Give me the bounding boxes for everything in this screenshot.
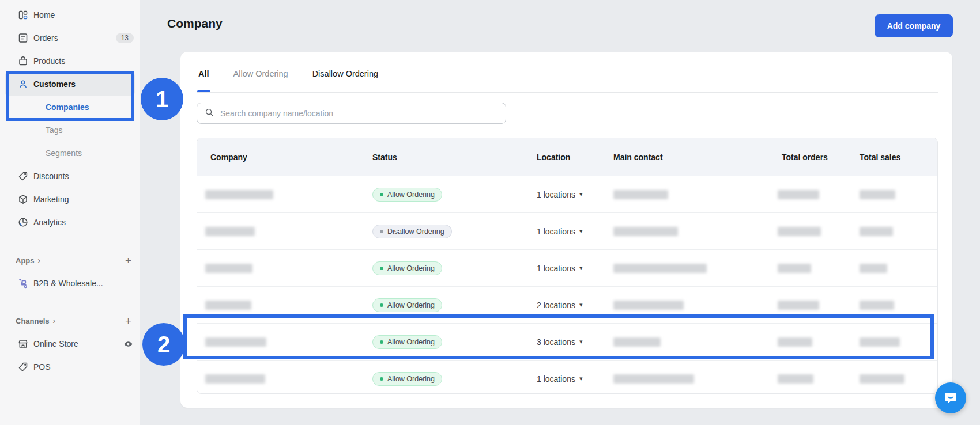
status-badge: Allow Ordering (372, 335, 442, 349)
table-row[interactable]: Allow Ordering1 locations▾ (197, 360, 937, 394)
redacted-total-orders (778, 227, 821, 236)
page-title: Company (167, 17, 223, 31)
redacted-company-name (205, 374, 265, 384)
redacted-total-orders (778, 337, 812, 347)
chevron-down-icon: ▾ (579, 227, 583, 235)
status-dot-icon (380, 377, 383, 381)
sidebar-item-tags[interactable]: Tags (0, 119, 140, 142)
status-dot-icon (380, 230, 383, 233)
status-badge: Disallow Ordering (372, 225, 452, 238)
redacted-main-contact (613, 264, 707, 273)
sidebar-item-label: Orders (33, 33, 58, 43)
section-label: Channels (16, 317, 50, 325)
chevron-right-icon: › (38, 256, 41, 265)
redacted-main-contact (613, 374, 694, 384)
redacted-total-sales (860, 264, 887, 273)
status-badge: Allow Ordering (372, 261, 442, 275)
section-label: Apps (16, 256, 35, 265)
sidebar-item-marketing[interactable]: Marketing (0, 188, 140, 211)
tab-disallow-ordering[interactable]: Disallow Ordering (312, 55, 378, 92)
redacted-total-orders (778, 190, 819, 199)
sidebar-item-companies[interactable]: Companies (0, 96, 140, 119)
tab-allow-ordering[interactable]: Allow Ordering (233, 55, 288, 92)
table-row-highlighted[interactable]: Allow Ordering3 locations▾ (197, 323, 937, 360)
search-input[interactable] (219, 108, 499, 119)
status-filter-tabs: AllAllow OrderingDisallow Ordering (198, 55, 378, 92)
chat-launcher-button[interactable] (935, 382, 966, 413)
chevron-down-icon: ▾ (579, 264, 583, 272)
sidebar-item-label: Home (33, 10, 55, 20)
locations-dropdown[interactable]: 1 locations▾ (537, 227, 582, 236)
redacted-company-name (205, 190, 273, 199)
status-dot-icon (380, 340, 383, 344)
table-row[interactable]: Allow Ordering1 locations▾ (197, 249, 937, 286)
locations-label: 1 locations (537, 190, 575, 199)
column-header-main-contact: Main contact (613, 153, 663, 162)
locations-label: 1 locations (537, 264, 575, 273)
sidebar-item-label: Customers (33, 79, 76, 89)
add-app-button[interactable]: + (125, 255, 131, 266)
pos-icon (17, 361, 29, 373)
locations-dropdown[interactable]: 1 locations▾ (537, 264, 582, 273)
table-row[interactable]: Allow Ordering2 locations▾ (197, 286, 937, 323)
visibility-eye-icon[interactable] (123, 339, 134, 350)
sidebar-item-online-store[interactable]: Online Store (0, 332, 140, 355)
add-channel-button[interactable]: + (125, 316, 131, 327)
sidebar-item-orders[interactable]: Orders13 (0, 26, 140, 50)
sidebar-section-apps[interactable]: Apps›+ (0, 249, 140, 272)
company-search[interactable] (197, 103, 506, 124)
chat-bubble-icon (943, 390, 959, 406)
sidebar-item-segments[interactable]: Segments (0, 142, 140, 165)
redacted-total-sales (860, 227, 893, 236)
b2b-icon (17, 278, 29, 289)
chevron-down-icon: ▾ (579, 375, 583, 382)
sidebar-item-b2b-wholesale[interactable]: B2B & Wholesale... (0, 272, 140, 295)
locations-dropdown[interactable]: 3 locations▾ (537, 337, 582, 347)
tab-all[interactable]: All (198, 55, 209, 92)
redacted-total-orders (778, 264, 811, 273)
redacted-main-contact (613, 301, 684, 310)
add-company-button[interactable]: Add company (875, 14, 953, 37)
column-header-total-orders: Total orders (782, 153, 828, 162)
redacted-company-name (205, 337, 266, 347)
store-icon (17, 338, 29, 350)
sidebar-item-label: Discounts (33, 172, 69, 181)
locations-label: 2 locations (537, 301, 575, 310)
home-icon (17, 9, 29, 21)
sidebar-item-analytics[interactable]: Analytics (0, 211, 140, 234)
redacted-company-name (205, 301, 251, 310)
sidebar-item-home[interactable]: Home (0, 3, 140, 26)
company-card: AllAllow OrderingDisallow Ordering Compa… (180, 52, 952, 408)
sidebar-item-label: B2B & Wholesale... (33, 279, 103, 288)
annotation-step-1: 1 (141, 78, 183, 120)
annotation-step-2: 2 (142, 323, 185, 366)
redacted-total-orders (778, 374, 813, 384)
analytics-icon (17, 217, 29, 228)
sidebar-item-label: Tags (46, 126, 63, 135)
locations-dropdown[interactable]: 1 locations▾ (537, 190, 582, 199)
table-body: Allow Ordering1 locations▾Disallow Order… (197, 176, 937, 394)
status-label: Disallow Ordering (387, 227, 444, 236)
sidebar-item-pos[interactable]: POS (0, 355, 140, 378)
chevron-right-icon: › (53, 316, 56, 325)
locations-dropdown[interactable]: 2 locations▾ (537, 301, 582, 310)
sidebar-item-label: POS (33, 362, 51, 371)
sidebar-item-discounts[interactable]: Discounts (0, 165, 140, 188)
sidebar-section-channels[interactable]: Channels›+ (0, 309, 140, 332)
table-row[interactable]: Disallow Ordering1 locations▾ (197, 212, 937, 249)
orders-count-badge: 13 (116, 33, 134, 43)
sidebar-item-label: Companies (46, 103, 89, 112)
sidebar: HomeOrders13ProductsCustomersCompaniesTa… (0, 0, 140, 425)
status-label: Allow Ordering (387, 301, 435, 309)
status-label: Allow Ordering (387, 338, 435, 346)
redacted-total-sales (860, 301, 894, 310)
sidebar-item-products[interactable]: Products (0, 50, 140, 73)
table-row[interactable]: Allow Ordering1 locations▾ (197, 176, 937, 212)
locations-dropdown[interactable]: 1 locations▾ (537, 374, 582, 384)
status-label: Allow Ordering (387, 264, 435, 272)
products-icon (17, 55, 29, 67)
status-dot-icon (380, 303, 383, 307)
marketing-icon (17, 193, 29, 205)
locations-label: 1 locations (537, 374, 575, 384)
sidebar-item-customers[interactable]: Customers (5, 73, 135, 96)
